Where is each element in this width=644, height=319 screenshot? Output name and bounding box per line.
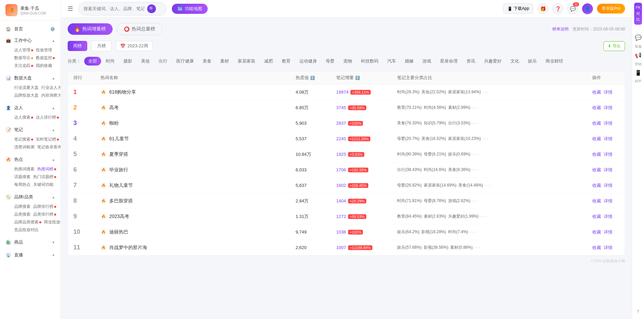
cat-btn-wedding[interactable]: 婚嫁 (401, 57, 418, 66)
tab-hot-inc[interactable]: 🔥 热词增量榜 (68, 23, 113, 35)
detail-link[interactable]: 详情 (604, 229, 613, 235)
gift-button[interactable]: 🎁 (537, 3, 548, 14)
detail-link[interactable]: 详情 (604, 167, 613, 173)
detail-link[interactable]: 详情 (604, 245, 613, 251)
app-button[interactable]: 📱 (633, 68, 643, 78)
sidebar-item-brand-delivery[interactable]: 品牌投放大盘 (14, 93, 39, 98)
note-num[interactable]: 3745 (336, 105, 346, 110)
note-num[interactable]: 1272 (336, 214, 346, 219)
sidebar-item-home[interactable]: 🏠 首页 ⚙️ (0, 23, 61, 35)
rank-explain-link[interactable]: 榜单说明 (552, 26, 569, 32)
cat-btn-game[interactable]: 游戏 (418, 57, 435, 66)
hamburger-icon[interactable]: ☰ (68, 5, 73, 13)
sidebar-item-industry-talent[interactable]: 行业达人大盘 (41, 85, 61, 91)
cat-btn-tech[interactable]: 科技数码 (357, 57, 383, 66)
more-dots[interactable]: ··· (473, 198, 479, 204)
sidebar-item-brand-search[interactable]: 品牌搜索 (14, 204, 30, 210)
cat-btn-photo[interactable]: 摄影 (119, 57, 136, 66)
cat-btn-sport[interactable]: 运动健身 (295, 57, 321, 66)
note-num[interactable]: 19974 (336, 90, 348, 95)
cat-btn-astro[interactable]: 星座命理 (436, 57, 462, 66)
note-num[interactable]: 1602 (336, 183, 346, 188)
cat-btn-beauty[interactable]: 美妆 (137, 57, 154, 66)
avatar[interactable]: 👤 (582, 3, 593, 14)
detail-link[interactable]: 详情 (604, 136, 613, 142)
cat-btn-fashion[interactable]: 时尚 (102, 57, 119, 66)
marketing-button[interactable]: 📢 (633, 50, 643, 60)
sidebar-item-banned-words[interactable]: 违禁词检测 (14, 144, 34, 150)
tab-hot-total[interactable]: ⭕ 热词总量榜 (117, 23, 162, 35)
sidebar-item-realtime-note[interactable]: 实时笔记榜 (36, 137, 59, 142)
sidebar-item-talent-rank[interactable]: 达人排行榜 (36, 115, 59, 120)
cat-btn-travel[interactable]: 出行 (155, 57, 171, 66)
cat-btn-food[interactable]: 美食 (199, 57, 215, 66)
more-dots[interactable]: ··· (470, 229, 477, 235)
cat-btn-all[interactable]: 全部 (84, 57, 101, 66)
week-filter-button[interactable]: 周榜 (68, 41, 87, 51)
settings-icon[interactable]: ⚙️ (50, 27, 55, 31)
more-dots[interactable]: ··· (483, 136, 489, 142)
cat-btn-baby[interactable]: 母婴 (322, 57, 339, 66)
sidebar-item-talent-manage[interactable]: 达人管理 (14, 47, 33, 53)
more-dots[interactable]: ··· (481, 214, 487, 220)
cat-btn-news[interactable]: 资讯 (462, 57, 479, 66)
more-dots[interactable]: ··· (473, 167, 479, 173)
sidebar-item-note-check[interactable]: 笔记收录查询 (37, 144, 61, 150)
cat-btn-biz[interactable]: 商业财经 (542, 57, 567, 66)
sidebar-item-note[interactable]: 📝 笔记 ▲ (0, 124, 61, 136)
detail-link[interactable]: 详情 (604, 214, 613, 220)
cat-btn-car[interactable]: 汽车 (383, 57, 400, 66)
download-app-button[interactable]: 📱 下载App (503, 3, 533, 14)
cat-btn-pet[interactable]: 宠物 (339, 57, 356, 66)
sidebar-item-data-monitor[interactable]: 数据监控 (36, 55, 55, 61)
more-dots[interactable]: ··· (483, 89, 489, 95)
vip-button[interactable]: 尊享版Pro (597, 4, 625, 14)
note-num[interactable]: 2837 (336, 121, 346, 126)
cat-btn-hobby[interactable]: 兴趣爱好 (480, 57, 506, 66)
sidebar-item-live[interactable]: 📡 直播 ▼ (0, 249, 61, 261)
sidebar-item-brand[interactable]: 🏷️ 品牌/品类 ▲ (0, 191, 61, 203)
more-dots[interactable]: ··· (473, 120, 479, 126)
sidebar-item-category-search[interactable]: 品类搜索 (14, 212, 30, 217)
sidebar-item-brand-category-search[interactable]: 品牌品类搜索 (14, 219, 41, 225)
cat-btn-edu[interactable]: 教育 (278, 57, 295, 66)
more-dots[interactable]: ··· (473, 105, 479, 111)
search-button[interactable]: 🔍 (147, 4, 156, 13)
sidebar-item-industry-flow[interactable]: 行业流量大盘 (14, 85, 39, 91)
sidebar-item-brand-rank[interactable]: 品牌排行榜 (33, 204, 56, 210)
collect-link[interactable]: 收藏 (592, 167, 601, 173)
collect-link[interactable]: 收藏 (592, 105, 601, 111)
note-num[interactable]: 1007 (336, 245, 346, 250)
detail-link[interactable]: 详情 (604, 182, 613, 189)
date-picker[interactable]: 📅 2023-22周 (116, 41, 153, 51)
cat-btn-health[interactable]: 医疗健康 (172, 57, 198, 66)
collect-link[interactable]: 收藏 (592, 245, 601, 251)
more-dots[interactable]: ··· (473, 151, 479, 157)
note-num[interactable]: 2245 (336, 136, 346, 141)
detail-link[interactable]: 详情 (604, 89, 613, 95)
message-button[interactable]: 💬 32 (567, 3, 578, 14)
cat-btn-material[interactable]: 素材 (216, 57, 233, 66)
note-num[interactable]: 1706 (336, 167, 346, 172)
scroll-top-button[interactable]: ↑ (633, 306, 643, 316)
sidebar-item-topic-search[interactable]: 话题搜索 (14, 174, 30, 180)
sidebar-item-work[interactable]: 💼 工作中心 ▲ (0, 35, 61, 46)
export-button[interactable]: ⬇ 导出 (603, 41, 625, 51)
sidebar-item-hot-rank[interactable]: 热搜词榜 (37, 166, 56, 172)
collect-link[interactable]: 收藏 (592, 198, 601, 204)
search-input[interactable] (84, 6, 144, 11)
collect-link[interactable]: 收藏 (592, 120, 601, 126)
note-num[interactable]: 1925 (336, 152, 346, 157)
collect-link[interactable]: 收藏 (592, 151, 601, 157)
sidebar-item-follow-track[interactable]: 关注追踪 (14, 63, 33, 69)
pk-compare-button[interactable]: PK 对 比 (634, 3, 642, 25)
sidebar-item-compete-compare[interactable]: 竞品投放对比 (14, 227, 39, 233)
sidebar-item-note-search[interactable]: 笔记搜索 (14, 137, 33, 142)
collect-link[interactable]: 收藏 (592, 89, 601, 95)
sidebar-item-content-insight[interactable]: 内容洞察大盘 (41, 93, 61, 98)
sidebar-item-data[interactable]: 📊 数据大盘 ▲ (0, 72, 61, 84)
cat-btn-slim[interactable]: 减肥 (260, 57, 277, 66)
sidebar-item-hot[interactable]: 🔥 热点 ▲ (0, 154, 61, 165)
noteinc-info-icon[interactable]: ℹ️ (355, 76, 360, 80)
note-num[interactable]: 1038 (336, 229, 346, 235)
